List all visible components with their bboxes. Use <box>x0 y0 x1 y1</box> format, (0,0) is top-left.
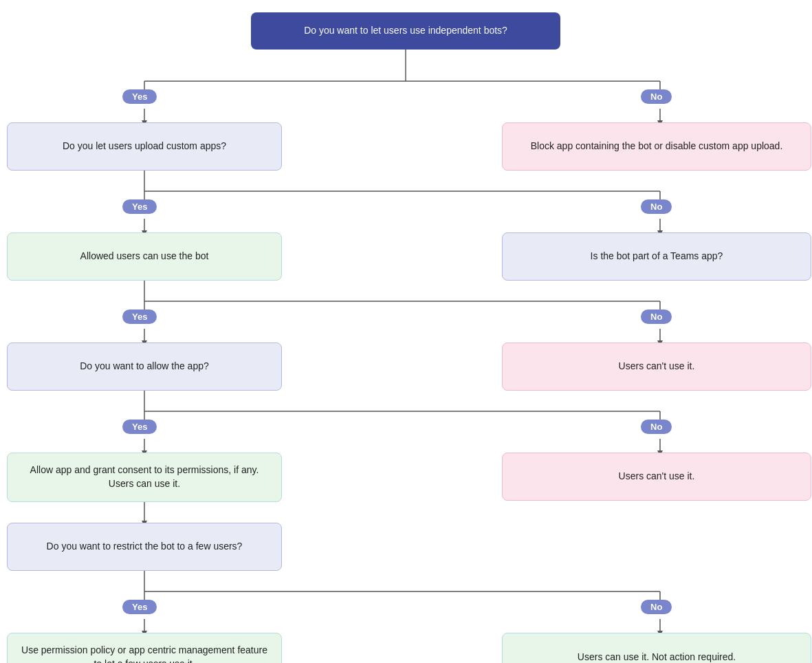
badge-yes5: Yes <box>122 600 157 614</box>
badge-yes3: Yes <box>122 309 157 324</box>
root-node: Do you want to let users use independent… <box>251 12 560 50</box>
badge-yes2: Yes <box>122 199 157 214</box>
node-n1: Do you let users upload custom apps? <box>7 122 282 171</box>
node-n11: Users can use it. Not action required. <box>502 633 811 663</box>
badge-yes1: Yes <box>122 89 157 104</box>
badge-no3: No <box>641 309 672 324</box>
node-n10: Use permission policy or app centric man… <box>7 633 282 663</box>
node-n3: Allowed users can use the bot <box>7 232 282 281</box>
flowchart-diagram: Do you want to let users use independent… <box>0 0 812 663</box>
node-n9: Do you want to restrict the bot to a few… <box>7 523 282 571</box>
node-n4: Is the bot part of a Teams app? <box>502 232 811 281</box>
node-n5: Do you want to allow the app? <box>7 343 282 391</box>
badge-no5: No <box>641 600 672 614</box>
node-n2: Block app containing the bot or disable … <box>502 122 811 171</box>
node-n8: Users can't use it. <box>502 453 811 501</box>
badge-no2: No <box>641 199 672 214</box>
badge-no4: No <box>641 420 672 434</box>
node-n6: Users can't use it. <box>502 343 811 391</box>
node-n7: Allow app and grant consent to its permi… <box>7 453 282 502</box>
badge-yes4: Yes <box>122 420 157 434</box>
badge-no1: No <box>641 89 672 104</box>
